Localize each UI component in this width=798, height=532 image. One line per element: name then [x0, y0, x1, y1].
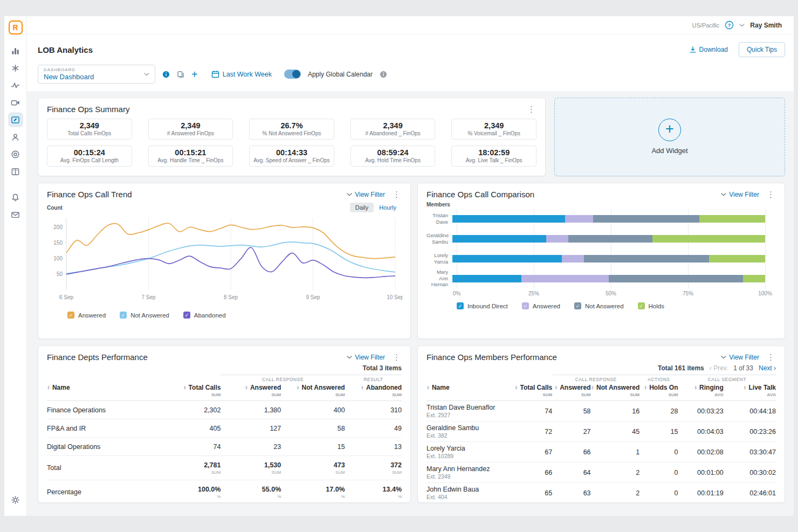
- view-filter-button[interactable]: View Filter: [347, 191, 385, 198]
- sidebar-item-performance[interactable]: [8, 78, 23, 93]
- sidebar-item-lob-analytics[interactable]: [8, 112, 23, 127]
- legend-item-not-answered[interactable]: ✓Not Answered: [574, 302, 624, 309]
- sort-icon[interactable]: ▲▼: [644, 385, 647, 390]
- column-header-name[interactable]: ▲▼Name: [426, 382, 511, 401]
- kebab-menu-icon[interactable]: ⋮: [766, 353, 776, 361]
- sort-icon[interactable]: ▲▼: [554, 385, 558, 390]
- x-axis-tick: 75%: [683, 291, 693, 296]
- info-icon[interactable]: [162, 71, 170, 78]
- bar-segment-answered[interactable]: [546, 235, 568, 243]
- sort-icon[interactable]: ▲▼: [591, 385, 594, 390]
- aggregation-label: SUM: [345, 470, 402, 475]
- view-filter-button[interactable]: View Filter: [721, 354, 759, 361]
- bar-segment-not-answered[interactable]: [593, 215, 699, 223]
- sort-icon[interactable]: ▲▼: [297, 385, 300, 390]
- ringcentral-logo[interactable]: R: [9, 20, 23, 34]
- column-header-ringing[interactable]: ▲▼RingingAVG: [678, 382, 724, 401]
- sidebar-item-subscriptions[interactable]: [8, 207, 23, 222]
- aggregation-label: SUM: [591, 392, 640, 397]
- bar-segment-answered[interactable]: [521, 275, 609, 282]
- bar-segment-inbound-direct[interactable]: [452, 235, 546, 243]
- user-menu[interactable]: Ray Smith: [750, 22, 782, 29]
- kebab-menu-icon[interactable]: ⋮: [766, 190, 776, 198]
- sort-icon[interactable]: ▲▼: [361, 385, 364, 390]
- prev-page-button[interactable]: ‹ Prev.: [710, 364, 728, 372]
- kebab-menu-icon[interactable]: ⋮: [391, 190, 402, 198]
- sort-icon[interactable]: ▲▼: [245, 385, 248, 390]
- next-page-button[interactable]: Next ›: [759, 364, 776, 372]
- member-extension: Ext. 404: [426, 494, 511, 500]
- chevron-down-icon: [739, 24, 745, 27]
- sidebar-item-alerts[interactable]: [8, 190, 23, 205]
- sort-icon[interactable]: ▲▼: [694, 385, 697, 390]
- sidebar-item-reports[interactable]: [8, 164, 23, 179]
- column-header-total-calls[interactable]: ▲▼Total CallsSUM: [157, 382, 221, 401]
- widget-depts-performance: Finance Depts Performance View Filter ⋮ …: [38, 346, 411, 503]
- legend-item-not-answered[interactable]: ✓Not Answered: [120, 312, 169, 319]
- bar-segment-not-answered[interactable]: [568, 235, 653, 243]
- member-extension: Ext. 2927: [426, 412, 511, 418]
- sidebar-item-users[interactable]: [8, 129, 23, 144]
- bar-segment-inbound-direct[interactable]: [452, 215, 565, 223]
- stat-card-avg-live-talk-finops: 18:02:59Avg. Live Talk _ FinOps: [451, 146, 536, 167]
- row-name: Finance Operations: [47, 406, 106, 414]
- global-calendar-toggle[interactable]: [284, 70, 301, 79]
- legend-checkbox-icon: ✓: [522, 302, 529, 309]
- view-filter-button[interactable]: View Filter: [721, 191, 759, 198]
- view-filter-button[interactable]: View Filter: [347, 354, 385, 361]
- sort-icon[interactable]: ▲▼: [744, 385, 747, 390]
- column-header-holds-on[interactable]: ▲▼Holds OnSUM: [639, 382, 678, 401]
- column-header-not-answered[interactable]: ▲▼Not AnsweredSUM: [281, 382, 345, 401]
- copy-icon[interactable]: [177, 71, 184, 78]
- legend-item-answered[interactable]: ✓Answered: [67, 312, 106, 319]
- column-header-not-answered[interactable]: ▲▼Not AnsweredSUM: [591, 382, 640, 401]
- legend-item-inbound-direct[interactable]: ✓Inbound Direct: [457, 302, 508, 309]
- kebab-menu-icon[interactable]: ⋮: [526, 105, 536, 113]
- bar-segment-not-answered[interactable]: [609, 275, 743, 282]
- bar-segment-not-answered[interactable]: [584, 255, 709, 262]
- sort-icon[interactable]: ▲▼: [183, 385, 187, 390]
- sidebar-item-meetings[interactable]: [8, 95, 23, 110]
- bar-segment-inbound-direct[interactable]: [452, 275, 521, 282]
- bar-segment-holds[interactable]: [709, 255, 765, 262]
- info-icon[interactable]: [380, 71, 387, 78]
- sidebar-item-settings[interactable]: [8, 492, 23, 507]
- add-dashboard-icon[interactable]: +: [191, 71, 198, 78]
- bar-segment-holds[interactable]: [652, 235, 765, 243]
- quick-tips-button[interactable]: Quick Tips: [739, 42, 785, 57]
- column-header-abandoned[interactable]: ▲▼AbandonedSUM: [345, 382, 402, 401]
- sidebar-item-analytics[interactable]: [8, 43, 23, 58]
- date-range-button[interactable]: Last Work Week: [211, 70, 272, 78]
- column-group-label: CALL SEGMENT: [678, 377, 776, 382]
- sidebar-item-skills[interactable]: [8, 60, 23, 75]
- column-header-total-calls[interactable]: ▲▼Total CallsSUM: [511, 382, 553, 401]
- sort-icon[interactable]: ▲▼: [515, 385, 518, 390]
- legend-item-answered[interactable]: ✓Answered: [522, 302, 560, 309]
- download-button[interactable]: Download: [689, 46, 728, 53]
- granularity-daily[interactable]: Daily: [350, 203, 374, 212]
- add-widget-panel[interactable]: + Add Widget: [554, 98, 785, 176]
- stacked-bar: [452, 235, 765, 243]
- sort-icon[interactable]: ▲▼: [426, 385, 430, 390]
- pagination: Total 161 items ‹ Prev. 1 of 33 Next ›: [426, 364, 776, 372]
- sidebar-item-queues[interactable]: [8, 147, 23, 162]
- legend-item-holds[interactable]: ✓Holds: [638, 302, 664, 309]
- sort-icon[interactable]: ▲▼: [47, 385, 50, 390]
- help-icon[interactable]: ?: [725, 20, 734, 30]
- column-header-live-talk[interactable]: ▲▼Live TalkAVG: [724, 382, 776, 401]
- granularity-hourly[interactable]: Hourly: [374, 203, 402, 212]
- aggregation-label: %: [157, 494, 221, 499]
- bar-segment-answered[interactable]: [565, 215, 593, 223]
- bar-segment-inbound-direct[interactable]: [452, 255, 562, 262]
- granularity-switch: DailyHourly: [350, 203, 402, 212]
- bar-segment-answered[interactable]: [562, 255, 584, 262]
- column-header-answered[interactable]: ▲▼AnsweredSUM: [552, 382, 590, 401]
- dashboard-selector[interactable]: DASHBOARD New Dashboard: [38, 65, 155, 84]
- legend-item-abandoned[interactable]: ✓Abandoned: [183, 312, 226, 319]
- member-label: Geraldine Sambu: [426, 232, 452, 245]
- column-header-name[interactable]: ▲▼Name: [47, 382, 157, 401]
- kebab-menu-icon[interactable]: ⋮: [391, 353, 402, 361]
- bar-segment-holds[interactable]: [699, 215, 765, 223]
- column-header-answered[interactable]: ▲▼AnsweredSUM: [221, 382, 281, 401]
- bar-segment-holds[interactable]: [743, 275, 765, 282]
